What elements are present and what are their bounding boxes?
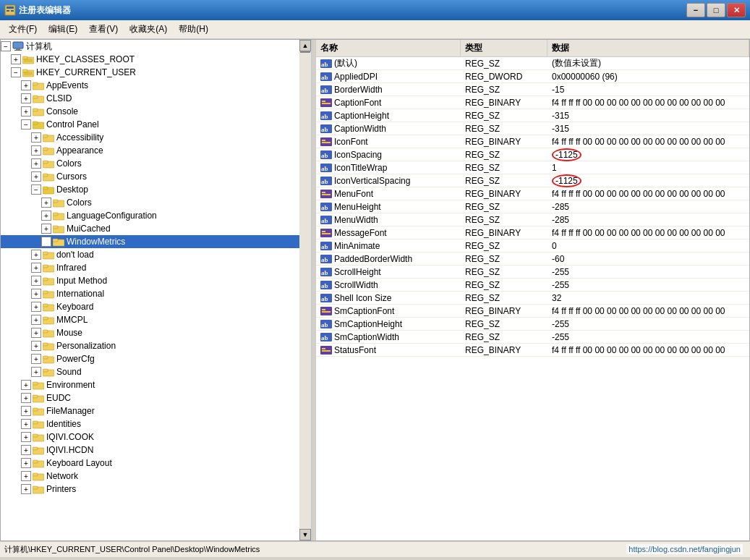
list-row[interactable]: ab PaddedBorderWidth REG_SZ -60 [316,253,749,266]
tree-item-Identities[interactable]: + Identities [1,417,299,430]
expand-btn[interactable]: + [41,211,51,221]
collapse-btn[interactable]: − [11,67,21,77]
menu-favorites[interactable]: 收藏夹(A) [124,22,173,37]
list-row[interactable]: ab BorderWidth REG_SZ -15 [316,83,749,96]
tree-item-AppEvents[interactable]: + AppEvents [1,79,299,92]
col-header-data[interactable]: 数据 [547,40,749,56]
expand-btn[interactable]: + [21,80,31,90]
maximize-button[interactable]: □ [707,3,725,17]
tree-item-Accessibility[interactable]: + Accessibility [1,131,299,144]
expand-btn[interactable]: + [31,315,41,325]
tree-item-Mouse[interactable]: + Mouse [1,326,299,339]
registry-tree[interactable]: − 计算机+ HKEY_CLASSES_ROOT− HKEY_CURRENT_U… [1,40,299,540]
expand-btn[interactable]: + [21,484,31,494]
tree-item-hkcu[interactable]: − HKEY_CURRENT_USER [1,66,299,79]
menu-edit[interactable]: 编辑(E) [43,22,83,37]
expand-btn[interactable]: + [31,171,41,182]
menu-file[interactable]: 文件(F) [3,22,43,37]
list-row[interactable]: ab SmCaptionWidth REG_SZ -255 [316,331,749,344]
expand-btn[interactable]: + [31,328,41,338]
list-row[interactable]: ab AppliedDPI REG_DWORD 0x00000060 (96) [316,70,749,83]
tree-item-Network[interactable]: + Network [1,470,299,483]
expand-btn[interactable]: + [31,341,41,351]
tree-item-dontload[interactable]: + don't load [1,248,299,261]
tree-item-WindowMetrics[interactable]: + WindowMetrics [1,235,299,248]
list-row[interactable]: CaptionFont REG_BINARY f4 ff ff ff 00 00… [316,96,749,109]
list-row[interactable]: SmCaptionFont REG_BINARY f4 ff ff ff 00 … [316,305,749,318]
tree-item-computer[interactable]: − 计算机 [1,40,299,53]
list-row[interactable]: ab ScrollWidth REG_SZ -255 [316,279,749,292]
tree-item-Desktop[interactable]: − Desktop [1,183,299,196]
tree-item-Cursors[interactable]: + Cursors [1,170,299,183]
expand-btn[interactable]: + [31,250,41,260]
tree-item-Colors[interactable]: + Colors [1,157,299,170]
list-row[interactable]: MenuFont REG_BINARY f4 ff ff ff 00 00 00… [316,187,749,200]
tree-item-KeyboardLayout[interactable]: + Keyboard Layout [1,457,299,470]
expand-btn[interactable]: + [31,367,41,377]
scroll-down-btn[interactable]: ▼ [299,529,311,540]
list-row[interactable]: MessageFont REG_BINARY f4 ff ff ff 00 00… [316,226,749,239]
expand-btn[interactable]: + [31,289,41,299]
expand-btn[interactable]: + [31,263,41,273]
tree-item-FileManager[interactable]: + FileManager [1,404,299,417]
tree-item-Colors2[interactable]: + Colors [1,196,299,209]
collapse-btn[interactable]: − [21,119,31,130]
tree-item-IQIVI.COOK[interactable]: + IQIVI.COOK [1,430,299,444]
values-list[interactable]: ab (默认) REG_SZ (数值未设置) ab AppliedDPI REG… [316,57,749,540]
expand-btn[interactable]: + [31,158,41,169]
list-row[interactable]: ab (默认) REG_SZ (数值未设置) [316,57,749,70]
expand-btn[interactable]: + [31,132,41,143]
tree-item-International[interactable]: + International [1,287,299,300]
list-row[interactable]: StatusFont REG_BINARY f4 ff ff ff 00 00 … [316,344,749,357]
tree-item-PowerCfg[interactable]: + PowerCfg [1,352,299,365]
expand-btn[interactable]: + [21,106,31,116]
expand-btn[interactable]: + [11,54,21,64]
expand-btn[interactable]: + [21,93,31,103]
expand-btn[interactable]: + [41,237,51,247]
tree-item-EUDC[interactable]: + EUDC [1,391,299,404]
expand-btn[interactable]: + [31,276,41,286]
expand-btn[interactable]: + [31,354,41,364]
tree-item-IQIVI.HCDN[interactable]: + IQIVI.HCDN [1,444,299,457]
tree-item-ControlPanel[interactable]: − Control Panel [1,118,299,131]
tree-item-Infrared[interactable]: + Infrared [1,261,299,274]
expand-btn[interactable]: + [21,471,31,481]
list-row[interactable]: ab ScrollHeight REG_SZ -255 [316,266,749,279]
expand-btn[interactable]: + [31,302,41,312]
tree-item-Sound[interactable]: + Sound [1,365,299,378]
expand-btn[interactable]: + [21,432,31,442]
expand-btn[interactable]: + [21,445,31,455]
tree-scrollbar[interactable]: ▲ ▼ [299,40,311,540]
menu-help[interactable]: 帮助(H) [173,22,214,37]
list-row[interactable]: ab IconSpacing REG_SZ -1125 [316,148,749,161]
tree-item-LanguageConfiguration[interactable]: + LanguageConfiguration [1,209,299,222]
list-row[interactable]: ab IconVerticalSpacing REG_SZ -1125 [316,174,749,187]
col-header-name[interactable]: 名称 [316,40,461,56]
tree-item-Keyboard[interactable]: + Keyboard [1,300,299,313]
expand-btn[interactable]: + [21,458,31,468]
list-row[interactable]: ab IconTitleWrap REG_SZ 1 [316,161,749,174]
menu-view[interactable]: 查看(V) [83,22,124,37]
list-row[interactable]: ab MenuHeight REG_SZ -285 [316,200,749,213]
minimize-button[interactable]: − [686,3,705,17]
expand-btn[interactable]: + [21,393,31,403]
tree-item-Console[interactable]: + Console [1,105,299,118]
list-row[interactable]: ab SmCaptionHeight REG_SZ -255 [316,318,749,331]
tree-item-Appearance[interactable]: + Appearance [1,144,299,157]
expand-btn[interactable]: + [21,419,31,429]
list-row[interactable]: ab MenuWidth REG_SZ -285 [316,213,749,226]
tree-item-MuiCached[interactable]: + MuiCached [1,222,299,235]
scroll-track[interactable] [300,51,310,529]
tree-item-InputMethod[interactable]: + Input Method [1,274,299,287]
expand-btn[interactable]: + [21,380,31,390]
tree-item-Environment[interactable]: + Environment [1,378,299,391]
expand-btn[interactable]: + [41,224,51,234]
tree-item-CLSID[interactable]: + CLSID [1,92,299,105]
list-row[interactable]: ab Shell Icon Size REG_SZ 32 [316,292,749,305]
scroll-up-btn[interactable]: ▲ [299,40,311,51]
close-button[interactable]: ✕ [727,3,746,17]
tree-item-Personalization[interactable]: + Personalization [1,339,299,352]
tree-item-hkcr[interactable]: + HKEY_CLASSES_ROOT [1,53,299,66]
list-row[interactable]: IconFont REG_BINARY f4 ff ff ff 00 00 00… [316,135,749,148]
list-row[interactable]: ab CaptionWidth REG_SZ -315 [316,122,749,135]
